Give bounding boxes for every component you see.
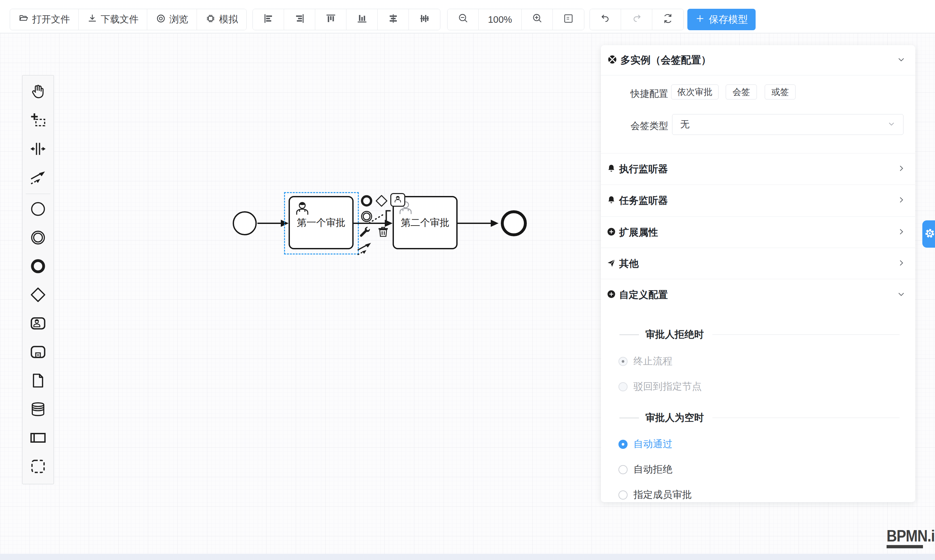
section-extension-properties[interactable]: 扩展属性 — [601, 217, 915, 248]
distribute-horizontal-icon — [388, 13, 399, 26]
bell-icon — [607, 164, 616, 174]
lasso-tool-icon — [29, 112, 46, 130]
radio-assign-member[interactable]: 指定成员审批 — [618, 488, 692, 502]
section-custom-config[interactable]: 自定义配置 — [601, 279, 915, 311]
start-event-shape[interactable] — [233, 211, 257, 235]
bpmn-io-logo-bar — [887, 545, 923, 548]
create-intermediate-event[interactable] — [22, 224, 54, 252]
section-execution-listeners[interactable]: 执行监听器 — [601, 153, 915, 185]
create-user-task[interactable] — [22, 310, 54, 338]
user-task-icon — [29, 315, 46, 333]
append-end-event-button[interactable] — [360, 194, 374, 209]
reset-icon — [662, 13, 674, 26]
save-model-button[interactable]: 保存模型 — [687, 9, 756, 30]
create-data-store[interactable] — [22, 395, 54, 424]
quick-config-sequential-button[interactable]: 依次审批 — [671, 85, 718, 100]
multi-type-select[interactable]: 无 — [672, 114, 903, 135]
properties-panel: 多实例（会签配置） 快捷配置 依次审批 会签 或签 会签类型 无 执行监听器 任… — [601, 45, 915, 502]
create-participant[interactable] — [22, 424, 54, 453]
connect-icon — [356, 252, 372, 258]
simulate-button[interactable]: 模拟 — [197, 9, 246, 30]
reset-button[interactable] — [652, 9, 683, 30]
zoom-out-icon — [458, 13, 469, 26]
radio-terminate-process[interactable]: 终止流程 — [618, 355, 672, 368]
gear-icon — [924, 228, 935, 240]
lasso-tool[interactable] — [22, 107, 54, 135]
data-store-icon — [29, 401, 46, 419]
delete-button[interactable] — [376, 225, 390, 240]
user-task-shape-1[interactable]: 第一个审批 — [289, 196, 354, 249]
fit-viewport-icon — [563, 13, 574, 26]
download-file-button[interactable]: 下载文件 — [78, 9, 147, 30]
gateway-icon — [29, 286, 46, 305]
radio-icon — [618, 465, 627, 474]
align-bottom-button[interactable] — [346, 9, 378, 30]
undo-button[interactable] — [590, 9, 621, 30]
align-top-button[interactable] — [315, 9, 346, 30]
zoom-in-icon — [532, 13, 543, 26]
preview-button[interactable]: 浏览 — [147, 9, 197, 30]
paper-plane-icon — [607, 258, 616, 269]
heading-text: 审批人为空时 — [646, 411, 704, 425]
data-object-icon — [29, 372, 46, 390]
sub-process-icon — [29, 343, 46, 362]
fit-viewport-button[interactable] — [553, 9, 584, 30]
align-left-button[interactable] — [253, 9, 284, 30]
top-toolbar: 打开文件 下载文件 浏览 模拟 100% 保存模型 — [0, 0, 935, 33]
section-other[interactable]: 其他 — [601, 248, 915, 279]
download-icon — [87, 13, 97, 26]
radio-auto-pass[interactable]: 自动通过 — [618, 437, 672, 451]
create-data-object[interactable] — [22, 367, 54, 395]
radio-icon — [618, 357, 627, 366]
create-group[interactable] — [22, 453, 54, 482]
plus-icon — [695, 14, 705, 26]
chevron-down-icon — [887, 119, 895, 130]
change-type-button[interactable] — [358, 225, 371, 240]
section-task-listeners[interactable]: 任务监听器 — [601, 185, 915, 216]
sequence-flow[interactable] — [257, 223, 281, 224]
chevron-right-icon — [897, 195, 906, 205]
connect-button[interactable] — [356, 240, 372, 258]
simulate-label: 模拟 — [219, 13, 238, 26]
wrench-icon — [358, 234, 371, 240]
settings-tab[interactable] — [922, 220, 935, 248]
chevron-down-icon[interactable] — [897, 55, 906, 65]
quick-config-any-button[interactable]: 或签 — [765, 85, 795, 100]
save-model-label: 保存模型 — [709, 13, 748, 26]
create-start-event[interactable] — [22, 195, 54, 224]
heading-dash — [620, 334, 639, 335]
sequence-flow[interactable] — [458, 223, 491, 224]
group-heading-on-reject: 审批人拒绝时 — [601, 328, 915, 341]
bpmn-io-logo[interactable]: BPMN.iO — [887, 528, 935, 548]
redo-button[interactable] — [621, 9, 652, 30]
align-right-button[interactable] — [284, 9, 315, 30]
panel-header[interactable]: 多实例（会签配置） — [601, 45, 915, 75]
section-label: 执行监听器 — [619, 163, 897, 176]
open-file-button[interactable]: 打开文件 — [10, 9, 78, 30]
radio-return-to-node[interactable]: 驳回到指定节点 — [618, 380, 702, 393]
global-connect-tool[interactable] — [22, 164, 54, 192]
hand-tool[interactable] — [22, 78, 54, 107]
zoom-out-button[interactable] — [448, 9, 479, 30]
space-tool[interactable] — [22, 135, 54, 164]
redo-icon — [631, 13, 642, 26]
zoom-in-button[interactable] — [521, 9, 553, 30]
distribute-horizontal-button[interactable] — [378, 9, 409, 30]
global-connect-icon — [29, 169, 46, 187]
start-event-icon — [29, 200, 46, 219]
distribute-vertical-icon — [419, 13, 430, 26]
append-gateway-button[interactable] — [375, 194, 388, 209]
end-event-shape[interactable] — [501, 210, 527, 236]
create-end-event[interactable] — [22, 252, 54, 281]
radio-auto-reject[interactable]: 自动拒绝 — [618, 463, 672, 476]
file-button-group: 打开文件 下载文件 浏览 模拟 — [10, 9, 247, 30]
append-user-task-button[interactable] — [390, 193, 405, 207]
create-gateway[interactable] — [22, 281, 54, 310]
quick-config-parallel-button[interactable]: 会签 — [726, 85, 757, 100]
preview-label: 浏览 — [169, 13, 188, 26]
append-text-annotation-button[interactable] — [368, 210, 392, 226]
multi-instance-icon — [607, 55, 617, 66]
distribute-vertical-button[interactable] — [409, 9, 440, 30]
trash-icon — [376, 234, 390, 240]
create-sub-process[interactable] — [22, 338, 54, 367]
